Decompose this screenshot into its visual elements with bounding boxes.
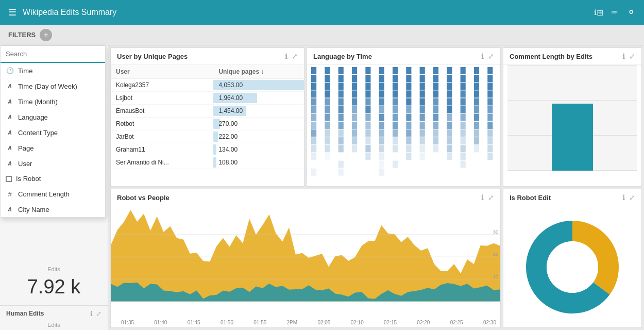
heatmap-cell xyxy=(393,106,398,113)
heatmap-cell xyxy=(406,153,411,160)
user-unique-pages-info-icon[interactable]: ℹ xyxy=(285,52,287,60)
language-by-time-info-icon[interactable]: ℹ xyxy=(481,52,484,60)
comment-length-chart xyxy=(503,65,641,186)
heatmap-cell xyxy=(433,176,438,184)
filter-item-is-robot[interactable]: Is Robot xyxy=(1,171,105,186)
heatmap-cell xyxy=(420,106,425,113)
heatmap-cell xyxy=(311,82,316,90)
heatmap-cell xyxy=(311,106,316,113)
filter-item-time-day-label: Time (Day of Week) xyxy=(18,82,77,90)
heatmap-cell xyxy=(420,90,425,97)
heatmap-cell xyxy=(325,129,330,137)
heatmap-cell xyxy=(352,129,357,137)
heatmap-cell xyxy=(393,114,398,121)
human-edits-expand-icon[interactable]: ⤢ xyxy=(96,310,101,318)
heatmap-cell xyxy=(365,98,370,106)
filter-item-time[interactable]: 🕐 Time xyxy=(1,63,105,78)
heatmap-cell xyxy=(474,114,479,121)
heatmap-cell xyxy=(338,161,344,168)
pages-cell: 108.00 xyxy=(213,156,304,169)
heatmap-cell xyxy=(311,90,316,97)
heatmap-cell xyxy=(338,98,344,106)
heatmap-cell xyxy=(365,153,370,160)
heatmap-cell xyxy=(433,82,438,90)
heatmap-cell xyxy=(406,129,411,137)
filter-item-user[interactable]: A User xyxy=(1,156,105,171)
heatmap-cell xyxy=(379,90,384,97)
filters-bar: FILTERS + xyxy=(0,25,644,45)
heatmap-cell xyxy=(433,98,438,106)
heatmap-cell xyxy=(393,82,398,90)
table-row: Kolega2357 4,053.00 xyxy=(111,79,304,92)
x-axis-label: 02:25 xyxy=(450,320,463,325)
heatmap-cell xyxy=(379,82,384,90)
heatmap-cell xyxy=(338,169,344,176)
heatmap-cell xyxy=(461,153,466,160)
comment-length-expand-icon[interactable]: ⤢ xyxy=(629,52,635,60)
heatmap-cell xyxy=(461,129,466,137)
heatmap-cell xyxy=(433,90,438,97)
human-edits-info-icon[interactable]: ℹ xyxy=(90,310,93,318)
is-robot-edit-expand-icon[interactable]: ⤢ xyxy=(629,193,635,202)
heatmap-cell xyxy=(406,75,411,82)
robot-vs-people-expand-icon[interactable]: ⤢ xyxy=(488,193,494,202)
hamburger-icon[interactable]: ☰ xyxy=(8,7,16,18)
filter-item-city-name[interactable]: A City Name xyxy=(1,202,105,217)
filter-item-time-month[interactable]: A Time (Month) xyxy=(1,94,105,109)
filter-item-time-day[interactable]: A Time (Day of Week) xyxy=(1,78,105,94)
user-cell: Lsjbot xyxy=(111,92,213,105)
filters-add-button[interactable]: + xyxy=(40,29,52,41)
heatmap-cell xyxy=(325,122,330,129)
comment-length-info-icon[interactable]: ℹ xyxy=(622,52,625,60)
heatmap-cell xyxy=(447,145,452,152)
heatmap-cell xyxy=(461,122,466,129)
heatmap-cell xyxy=(433,122,438,129)
heatmap-cell xyxy=(365,114,370,121)
language-by-time-expand-icon[interactable]: ⤢ xyxy=(488,52,494,60)
heatmap-cell xyxy=(474,90,479,97)
user-unique-pages-expand-icon[interactable]: ⤢ xyxy=(292,52,298,60)
heatmap-cell xyxy=(487,82,493,90)
heatmap-cell xyxy=(447,75,452,82)
heatmap-cell xyxy=(338,90,344,97)
heatmap-cell xyxy=(420,129,425,137)
clock-icon: 🕐 xyxy=(6,67,14,75)
heatmap-cell xyxy=(474,129,479,137)
user-unique-pages-table: User Unique pages ↓ Kolega2357 4,053.00 … xyxy=(111,65,304,169)
filter-item-time-month-label: Time (Month) xyxy=(18,98,58,106)
filter-item-user-label: User xyxy=(18,160,32,168)
robot-vs-people-info-icon[interactable]: ℹ xyxy=(481,193,484,202)
heatmap-cell xyxy=(379,145,384,152)
filter-item-comment-length[interactable]: # Comment Length xyxy=(1,186,105,202)
heatmap-cell xyxy=(433,75,438,82)
text-icon-5: A xyxy=(6,144,14,152)
pencil-icon[interactable]: ✏ xyxy=(612,8,618,17)
user-cell: JarBot xyxy=(111,130,213,143)
heatmap-cell xyxy=(365,145,370,152)
filter-item-content-type[interactable]: A Content Type xyxy=(1,125,105,140)
heatmap-cell xyxy=(352,90,357,97)
heatmap-cell xyxy=(461,67,466,74)
is-robot-edit-info-icon[interactable]: ℹ xyxy=(622,193,625,202)
donut-chart-svg xyxy=(521,216,624,319)
dashboard-icon[interactable]: ⊞ xyxy=(597,8,603,18)
heatmap-cell xyxy=(487,98,493,106)
user-cell: EmausBot xyxy=(111,105,213,118)
user-unique-pages-header: User by Unique Pages ℹ ⤢ xyxy=(111,48,304,65)
filter-search-input[interactable] xyxy=(1,46,105,63)
pages-cell: 222.00 xyxy=(213,130,304,143)
heatmap-cell xyxy=(474,82,479,90)
heatmap-cell xyxy=(406,122,411,129)
user-avatar-icon[interactable]: ⚬ xyxy=(626,6,636,19)
heatmap-cell xyxy=(379,75,384,82)
comment-length-header: Comment Length by Edits ℹ ⤢ xyxy=(503,48,641,65)
heatmap-cell xyxy=(447,82,452,90)
heatmap-cell xyxy=(447,153,452,160)
heatmap-cell xyxy=(338,129,344,137)
heatmap-cell xyxy=(487,122,493,129)
text-icon-7: A xyxy=(6,205,14,213)
filter-item-page[interactable]: A Page xyxy=(1,140,105,156)
filter-item-content-type-label: Content Type xyxy=(18,129,58,137)
heatmap-cell xyxy=(393,161,398,168)
filter-item-language[interactable]: A Language xyxy=(1,109,105,125)
